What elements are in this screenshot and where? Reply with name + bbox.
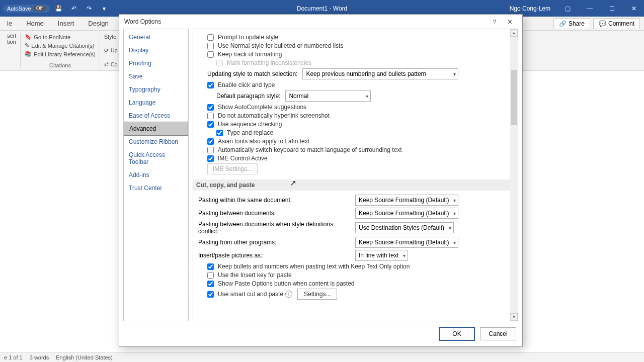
sidebar-item-ease-of-access[interactable]: Ease of Access (124, 109, 188, 122)
word-options-dialog: Word Options ? ✕ General Display Proofin… (119, 14, 523, 347)
lbl-prompt-update-style: Prompt to update style (218, 34, 278, 41)
sidebar-item-general[interactable]: General (124, 31, 188, 44)
scroll-down-icon[interactable]: ▼ (510, 313, 518, 321)
tab-design[interactable]: Design (81, 17, 115, 30)
chk-ime-control-active[interactable] (207, 155, 214, 162)
lbl-default-para-style: Default paragraph style: (216, 93, 280, 100)
sidebar-item-typography[interactable]: Typography (124, 83, 188, 96)
ime-settings-button: IME Settings... (207, 163, 258, 174)
maximize-icon[interactable]: ☐ (602, 0, 622, 17)
statusbar: e 1 of 1 3 words English (United States) (0, 352, 644, 362)
insert-citation-label[interactable]: sert tion (7, 33, 16, 45)
select-insert-pictures[interactable]: In line with text (355, 250, 408, 261)
minimize-icon[interactable]: — (580, 0, 600, 17)
tab-insert[interactable]: Insert (51, 17, 82, 30)
ribbon-group-insert: sert tion (3, 33, 21, 68)
lbl-mark-inconsistencies: Mark formatting inconsistencies (227, 59, 311, 66)
lbl-use-insert-key: Use the Insert key for paste (218, 272, 292, 279)
select-paste-other[interactable]: Keep Source Formatting (Default) (355, 237, 458, 248)
chk-show-autocomplete[interactable] (207, 104, 214, 111)
goto-endnote-button[interactable]: 🔖Go to EndNote (25, 33, 95, 41)
lbl-paste-conflict: Pasting between documents when style def… (198, 221, 355, 235)
update-button[interactable]: ⟳Up (104, 46, 118, 55)
scroll-thumb[interactable] (511, 70, 517, 125)
autosave-toggle[interactable]: AutoSave Off (3, 5, 50, 13)
save-icon[interactable]: 💾 (53, 3, 65, 15)
word-count[interactable]: 3 words (30, 354, 49, 360)
user-name[interactable]: Ngo Cong-Lem (510, 5, 550, 12)
document-title: Document1 - Word (297, 5, 347, 12)
library-icon: 📚 (25, 51, 32, 57)
select-updating-style[interactable]: Keep previous numbering and bullets patt… (302, 68, 458, 79)
lbl-type-replace: Type and replace (227, 129, 273, 136)
scroll-up-icon[interactable]: ▲ (510, 29, 518, 37)
ribbon-display-icon[interactable]: ▢ (557, 0, 578, 17)
close-icon[interactable]: ✕ (624, 0, 644, 17)
chk-use-sequence[interactable] (207, 121, 214, 128)
sidebar-item-language[interactable]: Language (124, 96, 188, 109)
lbl-paste-other: Pasting from other programs: (198, 239, 355, 246)
sidebar-item-save[interactable]: Save (124, 70, 188, 83)
lbl-enable-click-type: Enable click and type (218, 81, 275, 88)
chk-use-normal-lists[interactable] (207, 43, 214, 49)
dialog-close-button[interactable]: ✕ (502, 15, 517, 28)
sidebar-item-advanced[interactable]: Advanced (124, 122, 188, 136)
group-label-citations: Citations (25, 62, 95, 68)
chk-auto-switch-keyboard[interactable] (207, 147, 214, 153)
tab-file[interactable]: le (0, 17, 19, 30)
content-scrollbar[interactable]: ▲ ▼ (510, 29, 518, 321)
sidebar-item-trust-center[interactable]: Trust Center (124, 182, 188, 195)
select-default-para-style[interactable]: Normal (285, 90, 371, 102)
sidebar-item-proofing[interactable]: Proofing (124, 57, 188, 70)
share-button[interactable]: 🔗Share (553, 18, 590, 29)
dialog-help-button[interactable]: ? (487, 15, 502, 28)
page-count[interactable]: e 1 of 1 (4, 354, 23, 360)
lbl-paste-within: Pasting within the same document: (198, 197, 355, 204)
dialog-title: Word Options (124, 18, 161, 25)
lbl-keep-bullets-numbers: Keep bullets and numbers when pasting te… (218, 263, 410, 270)
chk-no-auto-hyperlink[interactable] (207, 113, 214, 119)
quick-access-toolbar: AutoSave Off 💾 ↶ ↷ ▾ (0, 3, 110, 15)
select-paste-conflict[interactable]: Use Destination Styles (Default) (355, 222, 454, 233)
chk-enable-click-type[interactable] (207, 82, 214, 88)
scroll-track[interactable] (510, 37, 518, 313)
cancel-button[interactable]: Cancel (480, 327, 516, 340)
lbl-show-paste-options: Show Paste Options button when content i… (218, 280, 355, 287)
chk-smart-cut-paste[interactable] (207, 291, 214, 298)
sidebar-item-display[interactable]: Display (124, 44, 188, 57)
sidebar-item-qat[interactable]: Quick Access Toolbar (124, 148, 188, 168)
lbl-asian-fonts-latin: Asian fonts also apply to Latin text (218, 138, 309, 145)
sidebar-item-addins[interactable]: Add-ins (124, 168, 188, 182)
select-paste-between[interactable]: Keep Source Formatting (Default) (355, 208, 458, 219)
qat-dropdown-icon[interactable]: ▾ (98, 3, 110, 15)
info-icon[interactable]: i (285, 291, 292, 298)
undo-icon[interactable]: ↶ (68, 3, 80, 15)
sidebar-item-customize-ribbon[interactable]: Customize Ribbon (124, 135, 188, 148)
language-status[interactable]: English (United States) (56, 354, 113, 360)
autosave-label: AutoSave (7, 6, 31, 12)
lbl-keep-track-formatting: Keep track of formatting (218, 51, 282, 58)
dialog-titlebar[interactable]: Word Options ? ✕ (119, 15, 522, 29)
comment-button[interactable]: 💬Comment (593, 18, 640, 29)
smart-paste-settings-button[interactable]: Settings... (297, 289, 337, 300)
chk-prompt-update-style[interactable] (207, 34, 214, 41)
chk-keep-bullets-numbers[interactable] (207, 263, 214, 270)
select-paste-within[interactable]: Keep Source Formatting (Default) (355, 195, 458, 206)
chk-use-insert-key[interactable] (207, 272, 214, 279)
convert-button[interactable]: ⇄Co (104, 60, 118, 68)
style-label: Style: (104, 33, 118, 41)
edit-citations-button[interactable]: ✎Edit & Manage Citation(s) (25, 41, 95, 50)
ok-button[interactable]: OK (439, 327, 475, 341)
chk-mark-inconsistencies (216, 60, 223, 66)
chk-asian-fonts-latin[interactable] (207, 138, 214, 145)
redo-icon[interactable]: ↷ (83, 3, 95, 15)
lbl-updating-style: Updating style to match selection: (207, 70, 297, 77)
edit-library-button[interactable]: 📚Edit Library Reference(s) (25, 50, 95, 58)
tab-home[interactable]: Home (19, 17, 51, 30)
chk-type-replace[interactable] (216, 130, 223, 136)
chk-keep-track-formatting[interactable] (207, 51, 214, 58)
chk-show-paste-options[interactable] (207, 281, 214, 287)
lbl-auto-switch-keyboard: Automatically switch keyboard to match l… (218, 146, 402, 153)
convert-icon: ⇄ (104, 61, 109, 67)
lbl-paste-between: Pasting between documents: (198, 210, 355, 217)
